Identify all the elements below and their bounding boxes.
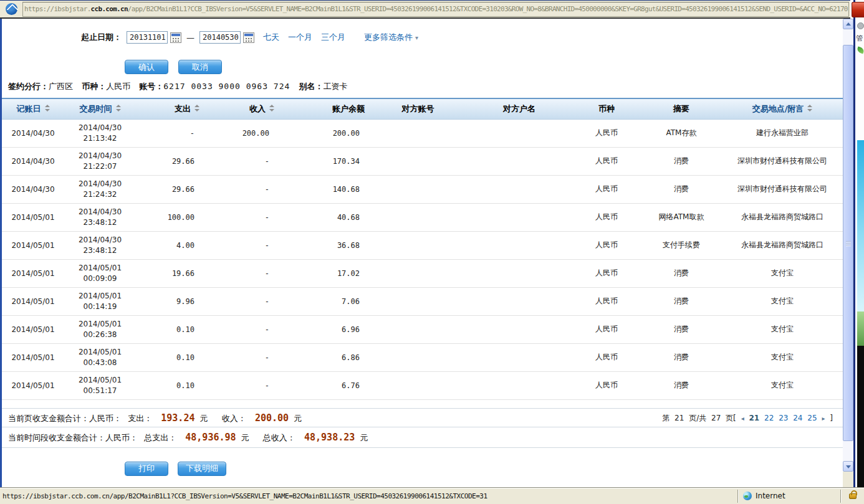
period-out-unit: 元: [241, 433, 249, 442]
confirm-row: 确认 取消: [125, 60, 843, 74]
col-header-place[interactable]: 交易地点/附言: [722, 98, 843, 119]
quick-range-1month[interactable]: 一个月: [288, 32, 312, 43]
table-row: 2014/05/01 2014/05/0100:09:09 19.66 - 17…: [2, 259, 843, 287]
scroll-down-icon[interactable]: [843, 461, 853, 472]
col-header-post-date[interactable]: 记账日: [2, 98, 64, 119]
date-filter-row: 起止日期： — 七天 一个月 三个月 更多筛选条件 ▾: [81, 29, 843, 46]
lock-icon: [849, 493, 857, 499]
desktop-wallpaper-sky: [857, 140, 864, 311]
person-icon: [857, 22, 864, 29]
scrollbar-thumb[interactable]: [843, 45, 853, 441]
pagination-total-pages: 27: [711, 414, 721, 422]
quick-range-7days[interactable]: 七天: [263, 32, 279, 43]
period-in-label: 总收入：: [263, 433, 295, 442]
print-button[interactable]: 打印: [125, 462, 168, 476]
footer-actions: 打印 下载明细: [125, 462, 843, 476]
account-info: 签约分行：广西区 币种：人民币 账号：6217 0033 9000 0963 7…: [8, 81, 843, 92]
col-header-out[interactable]: 支出: [136, 98, 204, 119]
confirm-button[interactable]: 确认: [125, 60, 168, 74]
partial-text: 管: [856, 34, 864, 43]
page-in-value: 200.00: [255, 412, 289, 424]
table-row: 2014/04/30 2014/04/3021:22:07 29.66 - 17…: [2, 147, 843, 175]
transactions-table: 记账日 交易时间 支出 收入 账户余额 对方账号 对方户名 币种 摘要 交易地点…: [2, 98, 843, 400]
table-row: 2014/04/30 2014/04/3021:24:32 29.66 - 14…: [2, 175, 843, 203]
pagination: 第 21 页/共 27 页[ ◂ 21 22 23 24 25 ▸ ]: [661, 409, 834, 428]
chevron-down-icon[interactable]: ▾: [415, 34, 418, 41]
pagination-current-page-number: 21: [674, 414, 684, 422]
prev-page-icon[interactable]: ◂: [741, 415, 744, 422]
table-row: 2014/05/01 2014/05/0100:26:38 0.10 - 6.9…: [2, 315, 843, 343]
scrollbar-gap: [843, 472, 853, 487]
table-row: 2014/04/30 2014/04/3021:13:42 - 200.00 2…: [2, 119, 843, 147]
page-link[interactable]: 25: [807, 414, 817, 422]
vertical-scrollbar[interactable]: [843, 19, 853, 472]
account-number-value: 6217 0033 9000 0963 724: [163, 82, 290, 91]
table-row: 2014/05/01 2014/04/3023:48:12 4.00 - 36.…: [2, 231, 843, 259]
sort-icon[interactable]: [269, 105, 274, 112]
date-to-input[interactable]: [199, 31, 241, 44]
date-range-dash: —: [186, 33, 194, 42]
page-link[interactable]: 24: [793, 414, 802, 422]
table-row: 2014/05/01 2014/05/0100:14:19 9.96 - 7.0…: [2, 287, 843, 315]
sort-icon[interactable]: [807, 105, 812, 112]
quick-range-3months[interactable]: 三个月: [321, 32, 345, 43]
lock-section: [840, 490, 864, 503]
url-domain: ccb.com.cn: [91, 5, 128, 13]
page-content: 起止日期： — 七天 一个月 三个月 更多筛选条件 ▾ 确认 取消 签约分行：广…: [2, 19, 843, 487]
desktop-wallpaper-field: [857, 311, 864, 346]
page-link[interactable]: 23: [779, 414, 788, 422]
page-summary-label: 当前页收支金额合计：人民币：: [8, 414, 122, 423]
security-zone: Internet: [737, 490, 840, 503]
branch-value: 广西区: [49, 82, 73, 91]
period-in-value: 48,938.23: [304, 432, 355, 443]
zone-label: Internet: [756, 492, 785, 500]
page-link-current[interactable]: 21: [749, 414, 759, 422]
col-header-counter-account: 对方账号: [370, 98, 466, 119]
page-in-label: 收入：: [222, 414, 246, 423]
col-header-in[interactable]: 收入: [204, 98, 279, 119]
currency-label: 币种：: [82, 82, 106, 91]
period-in-unit: 元: [360, 433, 368, 442]
page-out-label: 支出：: [128, 414, 152, 423]
branch-label: 签约分行：: [8, 82, 49, 91]
sort-icon[interactable]: [44, 105, 50, 112]
more-filters-link[interactable]: 更多筛选条件: [364, 32, 413, 43]
status-url: https://ibsbjstar.ccb.com.cn/app/B2CMain…: [0, 492, 737, 500]
url-prefix: https://ibsbjstar.: [24, 5, 91, 13]
leaf-icon: [857, 47, 864, 54]
period-out-value: 48,936.98: [185, 432, 236, 443]
status-bar: https://ibsbjstar.ccb.com.cn/app/B2CMain…: [0, 487, 864, 504]
account-number-label: 账号：: [139, 82, 163, 91]
pagination-mid: 页/共: [689, 414, 706, 422]
scroll-up-icon[interactable]: [843, 19, 853, 29]
page-out-unit: 元: [200, 414, 208, 423]
address-bar: https://ibsbjstar.ccb.com.cn/app/B2CMain…: [0, 0, 850, 19]
period-summary-label: 当前时间段收支金额合计：人民币：: [8, 433, 138, 442]
col-header-currency: 币种: [572, 98, 641, 119]
table-header-row: 记账日 交易时间 支出 收入 账户余额 对方账号 对方户名 币种 摘要 交易地点…: [2, 98, 843, 119]
date-from-input[interactable]: [127, 31, 168, 44]
page-link[interactable]: 22: [764, 414, 774, 422]
page-in-unit: 元: [294, 414, 302, 423]
cancel-button[interactable]: 取消: [178, 60, 222, 74]
calendar-icon[interactable]: [170, 32, 181, 43]
col-header-counter-name: 对方户名: [466, 98, 572, 119]
sort-icon[interactable]: [115, 105, 121, 112]
page-summary-row: 当前页收支金额合计：人民币： 支出： 193.24 元 收入： 200.00 元…: [2, 408, 843, 427]
calendar-icon[interactable]: [243, 32, 254, 43]
sort-icon[interactable]: [194, 105, 199, 112]
right-edge-strip: 管: [853, 0, 864, 487]
col-header-balance: 账户余额: [279, 98, 370, 119]
col-header-abstract: 摘要: [641, 98, 722, 119]
address-input[interactable]: https://ibsbjstar.ccb.com.cn/app/B2CMain…: [22, 2, 849, 17]
pagination-post: 页[: [726, 414, 736, 422]
download-detail-button[interactable]: 下载明细: [178, 462, 226, 476]
table-row: 2014/05/01 2014/05/0100:43:08 0.10 - 6.8…: [2, 343, 843, 371]
col-header-txn-time[interactable]: 交易时间: [64, 98, 136, 119]
desktop-wallpaper-dark: [857, 346, 864, 487]
currency-value: 人民币: [106, 82, 130, 91]
alias-label: 别名：: [299, 82, 323, 91]
page-out-value: 193.24: [161, 412, 194, 424]
next-page-icon[interactable]: ▸: [822, 415, 825, 422]
table-row: 2014/05/01 2014/04/3023:48:12 100.00 - 4…: [2, 203, 843, 231]
